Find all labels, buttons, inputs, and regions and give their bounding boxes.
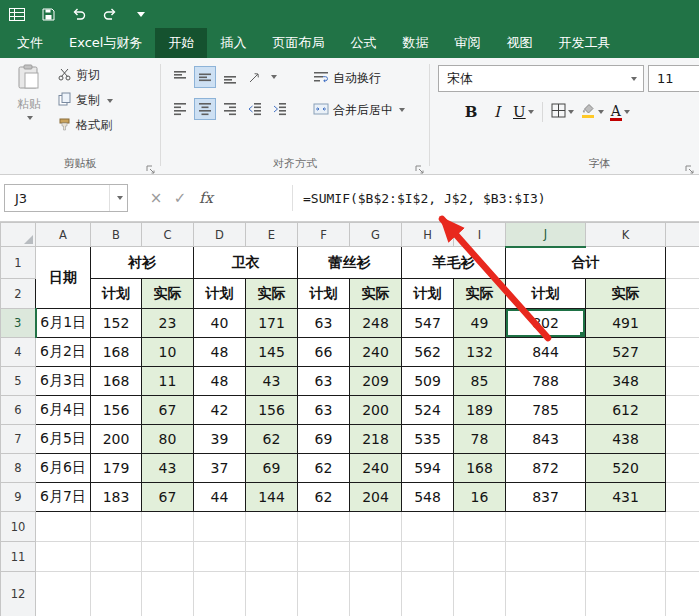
cell-D8[interactable]: 37	[194, 454, 246, 483]
cell-G5[interactable]: 209	[350, 367, 402, 396]
name-box-dropdown[interactable]	[109, 185, 127, 211]
ribbon-tab-2[interactable]: 开始	[155, 28, 207, 58]
wrap-text-button[interactable]: 自动换行	[313, 66, 381, 90]
cell-E6[interactable]: 156	[246, 396, 298, 425]
cell-E8[interactable]: 69	[246, 454, 298, 483]
column-header-F[interactable]: F	[298, 223, 350, 247]
cell-A7[interactable]: 6月5日	[36, 425, 91, 454]
cell-B4[interactable]: 168	[91, 338, 142, 367]
cell-group-header-2[interactable]: 蕾丝衫	[298, 247, 402, 279]
cell-H10[interactable]	[402, 512, 454, 542]
cell-L7[interactable]	[666, 425, 699, 454]
cell-L1[interactable]	[666, 247, 699, 279]
column-header-B[interactable]: B	[91, 223, 142, 247]
row-header-1[interactable]: 1	[1, 247, 36, 279]
cell-H9[interactable]: 548	[402, 483, 454, 512]
ribbon-tab-6[interactable]: 数据	[389, 28, 441, 58]
cell-D9[interactable]: 44	[194, 483, 246, 512]
cell-K12[interactable]	[586, 572, 666, 616]
cell-E4[interactable]: 145	[246, 338, 298, 367]
cell-B9[interactable]: 183	[91, 483, 142, 512]
ribbon-tab-3[interactable]: 插入	[207, 28, 259, 58]
cell-J9[interactable]: 837	[506, 483, 586, 512]
cell-H12[interactable]	[402, 572, 454, 616]
cell-B12[interactable]	[91, 572, 142, 616]
cell-B3[interactable]: 152	[91, 309, 142, 338]
font-color-button[interactable]: A	[607, 100, 633, 124]
copy-button[interactable]: 复制	[58, 88, 113, 113]
cell-D5[interactable]: 48	[194, 367, 246, 396]
cell-C11[interactable]	[142, 542, 194, 572]
cell-K3[interactable]: 491	[586, 309, 666, 338]
cell-G9[interactable]: 204	[350, 483, 402, 512]
cell-L11[interactable]	[666, 542, 699, 572]
row-header-3[interactable]: 3	[1, 309, 36, 338]
cell-F6[interactable]: 63	[298, 396, 350, 425]
cell-A5[interactable]: 6月3日	[36, 367, 91, 396]
cell-H7[interactable]: 535	[402, 425, 454, 454]
cell-group-header-4[interactable]: 合计	[506, 247, 666, 279]
row-header-11[interactable]: 11	[1, 542, 36, 572]
redo-button[interactable]	[101, 5, 119, 23]
cell-plan-header-2[interactable]: 计划	[298, 279, 350, 309]
cell-C6[interactable]: 67	[142, 396, 194, 425]
cell-E9[interactable]: 144	[246, 483, 298, 512]
paste-button[interactable]: 粘贴	[6, 64, 52, 120]
cell-F7[interactable]: 69	[298, 425, 350, 454]
cell-L5[interactable]	[666, 367, 699, 396]
cell-H3[interactable]: 547	[402, 309, 454, 338]
row-header-7[interactable]: 7	[1, 425, 36, 454]
cell-D4[interactable]: 48	[194, 338, 246, 367]
column-header-I[interactable]: I	[454, 223, 506, 247]
cell-G3[interactable]: 248	[350, 309, 402, 338]
cell-L8[interactable]	[666, 454, 699, 483]
cell-D12[interactable]	[194, 572, 246, 616]
underline-button[interactable]: U	[510, 100, 537, 124]
cell-G7[interactable]: 218	[350, 425, 402, 454]
cell-E7[interactable]: 62	[246, 425, 298, 454]
cell-G4[interactable]: 240	[350, 338, 402, 367]
cell-D3[interactable]: 40	[194, 309, 246, 338]
insert-function-button[interactable]: fx	[192, 189, 220, 207]
cell-A6[interactable]: 6月4日	[36, 396, 91, 425]
cell-F4[interactable]: 66	[298, 338, 350, 367]
cell-G11[interactable]	[350, 542, 402, 572]
cell-A9[interactable]: 6月7日	[36, 483, 91, 512]
name-box[interactable]: J3	[4, 184, 128, 212]
cell-J10[interactable]	[506, 512, 586, 542]
bold-button[interactable]: B	[458, 100, 484, 124]
cell-K8[interactable]: 520	[586, 454, 666, 483]
column-header-C[interactable]: C	[142, 223, 194, 247]
cell-A12[interactable]	[36, 572, 91, 616]
cell-K6[interactable]: 612	[586, 396, 666, 425]
column-header-G[interactable]: G	[350, 223, 402, 247]
cell-I3[interactable]: 49	[454, 309, 506, 338]
cell-group-header-0[interactable]: 衬衫	[91, 247, 194, 279]
cell-A3[interactable]: 6月1日	[36, 309, 91, 338]
cell-plan-header-0[interactable]: 计划	[91, 279, 142, 309]
enter-button[interactable]: ✓	[168, 189, 192, 207]
cell-I11[interactable]	[454, 542, 506, 572]
ribbon-tab-1[interactable]: Excel与财务	[56, 28, 155, 58]
cell-B5[interactable]: 168	[91, 367, 142, 396]
cell-L12[interactable]	[666, 572, 699, 616]
formula-input[interactable]: =SUMIF($B$2:$I$2, J$2, $B3:$I3)	[293, 191, 546, 206]
fill-handle[interactable]	[580, 332, 585, 337]
cell-I5[interactable]: 85	[454, 367, 506, 396]
cell-L4[interactable]	[666, 338, 699, 367]
save-button[interactable]	[39, 5, 57, 23]
font-dialog-launcher[interactable]	[684, 159, 695, 170]
cell-actual-header-4[interactable]: 实际	[586, 279, 666, 309]
cut-button[interactable]: 剪切	[58, 63, 113, 88]
cell-I4[interactable]: 132	[454, 338, 506, 367]
cell-plan-header-4[interactable]: 计划	[506, 279, 586, 309]
cell-J3[interactable]: 802	[506, 309, 586, 338]
cell-J12[interactable]	[506, 572, 586, 616]
cell-E12[interactable]	[246, 572, 298, 616]
cell-I6[interactable]: 189	[454, 396, 506, 425]
cell-L2[interactable]	[666, 279, 699, 309]
clipboard-dialog-launcher[interactable]	[145, 159, 156, 170]
cell-L6[interactable]	[666, 396, 699, 425]
font-name-select[interactable]: 宋体	[438, 65, 644, 92]
cell-C5[interactable]: 11	[142, 367, 194, 396]
